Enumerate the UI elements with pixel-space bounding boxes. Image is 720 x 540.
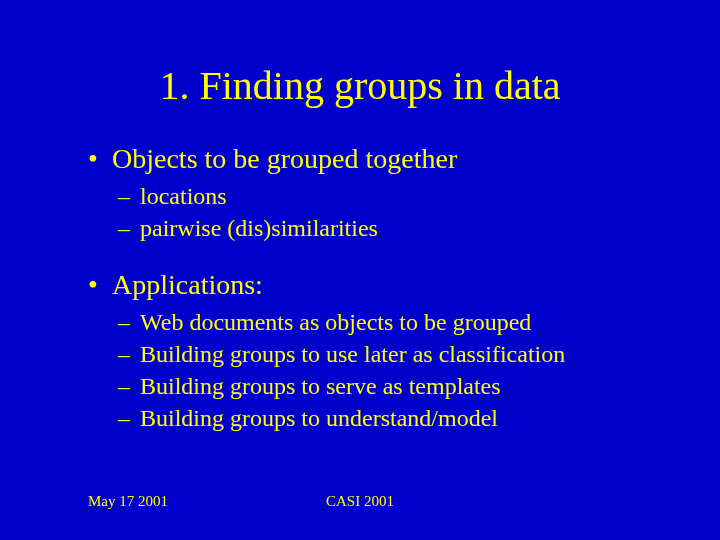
- subbullet-templates: Building groups to serve as templates: [88, 371, 680, 401]
- subbullet-text: Building groups to serve as templates: [140, 373, 501, 399]
- subbullet-locations: locations: [88, 181, 680, 211]
- bullet-text: Objects to be grouped together: [112, 143, 457, 174]
- subbullet-text: locations: [140, 183, 227, 209]
- subbullet-webdocs: Web documents as objects to be grouped: [88, 307, 680, 337]
- subbullet-text: pairwise (dis)similarities: [140, 215, 378, 241]
- subbullet-pairwise: pairwise (dis)similarities: [88, 213, 680, 243]
- bullet-applications: Applications:: [88, 269, 680, 301]
- subbullet-text: Building groups to use later as classifi…: [140, 341, 565, 367]
- subbullet-model: Building groups to understand/model: [88, 403, 680, 433]
- subbullet-classification: Building groups to use later as classifi…: [88, 339, 680, 369]
- footer-event: CASI 2001: [0, 493, 720, 510]
- subbullet-text: Building groups to understand/model: [140, 405, 498, 431]
- subbullet-text: Web documents as objects to be grouped: [140, 309, 531, 335]
- bullet-text: Applications:: [112, 269, 263, 300]
- slide-body: Objects to be grouped together locations…: [0, 143, 720, 433]
- bullet-objects: Objects to be grouped together: [88, 143, 680, 175]
- slide-title: 1. Finding groups in data: [0, 0, 720, 129]
- spacer: [88, 245, 680, 255]
- slide: 1. Finding groups in data Objects to be …: [0, 0, 720, 540]
